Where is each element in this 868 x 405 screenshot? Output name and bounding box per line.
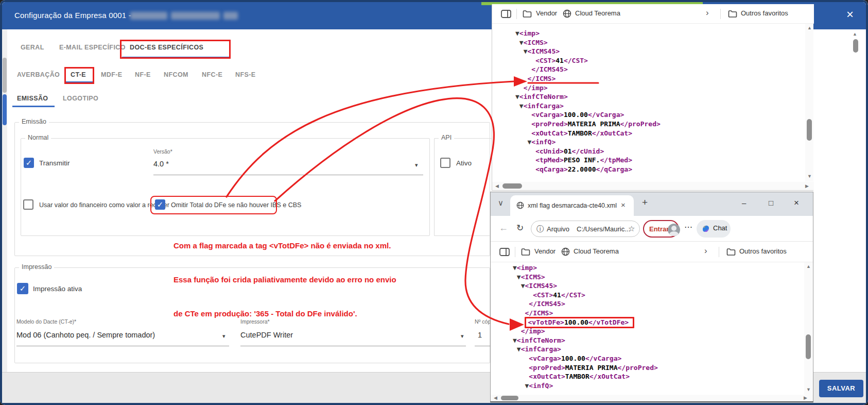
xml-line: <cUnid>01</cUnid> (515, 147, 778, 156)
xml-line: ▼<infCTeNorm> (515, 92, 778, 102)
scroll-up-icon[interactable]: ▲ (806, 264, 811, 269)
impressao-groupbox: Impressão (14, 267, 490, 363)
xml-tag: </CST> (561, 291, 585, 299)
tab-nfce[interactable]: NFC-E (202, 71, 222, 78)
tab-geral[interactable]: GERAL (21, 44, 44, 51)
xml-collapse-arrow-icon[interactable]: ▼ (519, 102, 524, 110)
tab-nfe[interactable]: NF-E (135, 71, 151, 78)
tab-close-icon[interactable]: × (621, 200, 626, 209)
scrollbar-vertical[interactable]: ▲ ▼ (804, 262, 812, 395)
xml-indent (531, 147, 535, 155)
xml-tag: </imp> (524, 84, 548, 92)
chevron-right-icon[interactable]: › (706, 8, 709, 18)
xml-line: </ICMS> (515, 74, 778, 83)
favorite-star-icon[interactable]: ☆ (628, 224, 635, 233)
bookmark-outros-favoritos[interactable]: Outros favoritos (739, 247, 787, 255)
impressora-select-value[interactable]: CutePDF Writer (240, 331, 293, 339)
modelo-dacte-select-value[interactable]: Mod 06 (Canhoto peq. / Sempre tomador) (16, 331, 155, 339)
info-icon[interactable]: ⓘ (536, 225, 544, 234)
ativo-checkbox[interactable] (440, 158, 450, 168)
scroll-left-icon[interactable]: ◀ (494, 396, 497, 400)
address-pill[interactable]: ⓘ Arquivo C:/Users/Mauric... ☆ (531, 221, 640, 237)
impressao-ativa-label: Impressão ativa (33, 285, 82, 293)
divider (719, 247, 719, 257)
xml-viewer-top: ▼<imp> ▼<ICMS> ▼<ICMS45> <CST>41</CST> <… (515, 29, 778, 174)
xml-collapse-arrow-icon[interactable]: ▼ (517, 345, 521, 353)
tab-nfcom[interactable]: NFCOM (164, 71, 188, 78)
save-button[interactable]: SALVAR (819, 380, 863, 397)
xml-collapse-arrow-icon[interactable]: ▼ (513, 336, 517, 344)
sidebar-icon[interactable] (501, 10, 511, 18)
window-minimize-icon[interactable]: – (742, 198, 746, 207)
xml-tag: </ICMS45> (529, 300, 565, 308)
xml-collapse-arrow-icon[interactable]: ▼ (515, 29, 519, 37)
menu-ellipsis-icon[interactable]: ⋯ (684, 222, 692, 232)
scroll-down-icon[interactable]: ▼ (807, 174, 812, 179)
browser-tab[interactable]: xml flag desmarcada-cte40.xml × (510, 195, 634, 216)
redacted-company-name (171, 12, 220, 20)
tab-email-especifico[interactable]: E-MAIL ESPECÍFICO (59, 44, 126, 51)
xml-tag: </proPred> (620, 120, 661, 128)
tab-search-chevron-icon[interactable]: ∨ (498, 198, 504, 208)
xml-tag: <vCarga> (531, 111, 564, 119)
tab-nfse[interactable]: NFS-E (235, 71, 256, 78)
scrollbar-vertical[interactable]: ▲ ▼ (805, 24, 813, 181)
xml-line: </imp> (513, 327, 775, 336)
xml-line: ▼<imp> (515, 29, 778, 38)
chevron-right-icon[interactable]: › (704, 246, 707, 256)
scrollbar-thumb[interactable] (806, 334, 811, 359)
xml-collapse-arrow-icon[interactable]: ▼ (517, 273, 521, 281)
scrollbar-thumb[interactable] (501, 396, 518, 400)
new-tab-icon[interactable]: + (642, 197, 648, 208)
annotation-box-doc-es (120, 40, 231, 59)
xml-value: 100.00 (561, 355, 585, 362)
modelo-dacte-dropdown-icon[interactable]: ▾ (222, 333, 225, 340)
scrollbar-thumb[interactable] (502, 183, 522, 189)
dialog-scrollbar-up-icon[interactable]: ▲ (853, 32, 857, 37)
scrollbar-thumb[interactable] (807, 119, 812, 141)
versao-select-value[interactable]: 4.0 * (153, 160, 169, 168)
usar-valor-checkbox[interactable] (23, 199, 33, 210)
window-maximize-icon[interactable]: □ (769, 198, 773, 207)
xml-line: ▼<infCTeNorm> (513, 336, 775, 345)
address-path[interactable]: C:/Users/Mauric... (577, 225, 630, 233)
tab-logotipo[interactable]: LOGOTIPO (63, 95, 98, 102)
folder-icon (521, 248, 530, 256)
window-close-icon[interactable]: × (794, 198, 799, 208)
bookmark-cloud-teorema[interactable]: Cloud Teorema (575, 9, 620, 17)
scrollbar-horizontal[interactable]: ◀ ▶ (492, 182, 814, 190)
scroll-up-icon[interactable]: ▲ (807, 26, 812, 30)
num-copias-value[interactable]: 1 (478, 331, 482, 339)
tab-mdfe[interactable]: MDF-E (101, 71, 123, 78)
versao-dropdown-icon[interactable]: ▾ (415, 162, 418, 168)
xml-value: 41 (553, 291, 561, 299)
impressao-ativa-checkbox[interactable]: ✓ (17, 283, 28, 294)
profile-avatar-icon (668, 224, 680, 236)
xml-collapse-arrow-icon[interactable]: ▼ (515, 93, 519, 100)
scroll-down-icon[interactable]: ▼ (806, 387, 811, 392)
bookmark-cloud-teorema[interactable]: Cloud Teorema (574, 247, 619, 255)
scroll-right-icon[interactable]: ▶ (805, 184, 809, 189)
dialog-left-scrollbar-thumb[interactable] (3, 58, 7, 93)
chat-button[interactable]: Chat (697, 220, 731, 238)
dialog-scrollbar-thumb[interactable] (853, 39, 858, 53)
scroll-right-icon[interactable]: ▶ (804, 396, 807, 400)
bookmark-outros-favoritos[interactable]: Outros favoritos (741, 9, 788, 17)
bookmark-vendor[interactable]: Vendor (536, 9, 557, 17)
sidebar-icon[interactable] (499, 248, 510, 256)
refresh-icon[interactable]: ↻ (516, 223, 524, 233)
impressora-dropdown-icon[interactable]: ▾ (461, 333, 464, 340)
scrollbar-horizontal[interactable]: ◀ ▶ (491, 395, 813, 401)
back-icon[interactable]: ← (499, 223, 508, 233)
dialog-close-icon[interactable]: × (846, 8, 854, 21)
scroll-left-icon[interactable]: ◀ (495, 184, 499, 189)
tab-emissao[interactable]: EMISSÃO (17, 95, 48, 102)
bookmark-vendor[interactable]: Vendor (534, 247, 555, 255)
xml-value: MATERIA PRIMA (568, 120, 620, 128)
dialog-title: Configuração da Empresa 0001 - (14, 11, 131, 20)
tab-averbacao[interactable]: AVERBAÇÃO (17, 71, 60, 78)
xml-collapse-arrow-icon[interactable]: ▼ (519, 39, 524, 46)
xml-collapse-arrow-icon[interactable]: ▼ (513, 264, 517, 272)
entrar-button[interactable]: Entrar (643, 220, 679, 238)
transmitir-checkbox[interactable]: ✓ (24, 158, 34, 168)
